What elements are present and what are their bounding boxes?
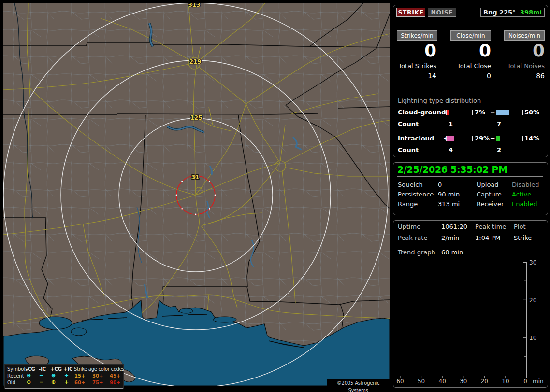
- datetime-display: 2/25/2026 5:35:02 PM: [397, 164, 507, 175]
- y-tick-20: 20: [529, 297, 536, 304]
- noises-per-min-value: 0: [506, 41, 545, 60]
- recent-circle-plus-icon: ⊕: [51, 373, 56, 378]
- bearing-display: Bng 225° 398mi: [480, 8, 545, 17]
- divider: [397, 106, 544, 106]
- legend-age-header: Strike age color codes: [74, 366, 124, 372]
- x-tick-40: 40: [439, 378, 446, 385]
- age-30: 30+: [92, 373, 103, 379]
- cg-positive-bar: [446, 110, 473, 115]
- persistence-value: 90 min: [438, 191, 460, 198]
- close-per-min-label[interactable]: Close/min: [450, 30, 491, 41]
- capture-status: Active: [512, 191, 531, 198]
- counters-panel: STRIKE NOISE Bng 225° 398mi Strikes/min …: [393, 5, 548, 157]
- total-close-value: 0: [452, 72, 491, 80]
- legend-col-neg-ic: -IC: [39, 366, 46, 372]
- range-label: Range: [398, 200, 418, 208]
- old-plus-icon: +: [64, 379, 69, 385]
- ic-negative-count: 2: [497, 146, 501, 154]
- squelch-label: Squelch: [398, 181, 423, 188]
- status-panel: 2/25/2026 5:35:02 PM Squelch 0 Upload Di…: [393, 162, 548, 215]
- range-value: 313 mi: [438, 200, 460, 208]
- ic-negative-pct: 14%: [524, 135, 539, 142]
- ic-positive-pct: 29%: [475, 135, 490, 142]
- minus-sign: −: [490, 109, 495, 116]
- ic-negative-bar-fill: [496, 136, 500, 141]
- age-45: 45+: [110, 373, 120, 379]
- ring-label-125: 125: [190, 114, 202, 121]
- trend-graph: 30 20 10 60 50 40 30 20 10 0 min: [393, 221, 548, 387]
- age-15: 15+: [74, 373, 85, 379]
- legend-col-pos-cg: +CG: [50, 366, 62, 372]
- receiver-status: Enabled: [512, 200, 537, 208]
- recent-minus-icon: −: [39, 373, 43, 378]
- bearing-label: Bng 225°: [483, 9, 516, 16]
- capture-label: Capture: [477, 191, 502, 198]
- strike-symbol-legend: Symbols -CG -IC +CG +IC Strike age color…: [5, 365, 123, 389]
- strike-mode-button[interactable]: STRIKE: [396, 8, 425, 17]
- legend-col-neg-cg: -CG: [26, 366, 35, 372]
- x-tick-60: 60: [396, 378, 404, 385]
- squelch-value: 0: [438, 181, 442, 188]
- copyright-text: ©2005 Astrogenic Systems: [327, 379, 390, 387]
- cg-positive-count: 1: [449, 120, 453, 127]
- cg-negative-bar: [496, 110, 523, 115]
- x-tick-10: 10: [502, 378, 509, 385]
- ic-positive-count: 4: [449, 146, 453, 154]
- minus-sign: −: [490, 135, 495, 142]
- old-minus-icon: −: [39, 379, 43, 385]
- total-noises-value: 86: [506, 72, 545, 80]
- legend-recent-label: Recent: [7, 373, 24, 379]
- legend-symbols-header: Symbols: [7, 366, 28, 372]
- age-75: 75+: [92, 380, 103, 386]
- ic-negative-bar: [496, 136, 523, 141]
- map-svg: 313 219 125 31: [3, 3, 390, 386]
- cloud-ground-label: Cloud-ground: [398, 109, 446, 116]
- total-strikes-value: 14: [397, 72, 436, 80]
- ic-count-label: Count: [398, 146, 419, 154]
- noise-mode-button[interactable]: NOISE: [428, 8, 456, 17]
- strikes-per-min-label[interactable]: Strikes/min: [397, 30, 437, 41]
- legend-old-label: Old: [7, 380, 15, 386]
- ring-label-219: 219: [189, 58, 201, 65]
- old-circle-minus-icon: ⊖: [27, 379, 31, 385]
- upload-status: Disabled: [512, 181, 539, 188]
- noises-per-min-label[interactable]: Noises/min: [504, 30, 545, 41]
- x-tick-30: 30: [460, 378, 467, 385]
- total-close-label: Total Close: [452, 62, 491, 70]
- app-window: { "map": { "ring_labels": { "outer": "31…: [0, 0, 550, 392]
- total-noises-label: Total Noises: [506, 62, 545, 70]
- intracloud-label: Intracloud: [398, 135, 434, 142]
- cg-negative-pct: 50%: [524, 109, 539, 116]
- age-90: 90+: [110, 380, 120, 386]
- x-axis-unit: min: [533, 378, 544, 385]
- y-tick-10: 10: [529, 335, 536, 341]
- close-per-min-value: 0: [452, 41, 491, 60]
- recent-plus-icon: +: [64, 373, 69, 378]
- strikes-per-min-value: 0: [397, 41, 436, 60]
- cg-count-label: Count: [398, 120, 419, 127]
- ic-positive-bar-fill: [447, 136, 454, 141]
- cg-negative-count: 7: [497, 120, 501, 127]
- cg-positive-pct: 7%: [475, 109, 485, 116]
- receiver-label: Receiver: [477, 200, 504, 208]
- map-canvas[interactable]: 313 219 125 31: [3, 3, 390, 386]
- persistence-label: Persistence: [398, 191, 434, 198]
- trend-panel: Uptime 1061:20 Peak time Plot Peak rate …: [393, 220, 548, 388]
- age-60: 60+: [74, 380, 85, 386]
- legend-col-pos-ic: +IC: [63, 366, 72, 372]
- y-tick-30: 30: [529, 259, 536, 266]
- divider: [397, 176, 543, 177]
- distribution-title: Lightning type distribution: [398, 97, 481, 104]
- x-tick-0: 0: [523, 378, 527, 385]
- total-strikes-label: Total Strikes: [397, 62, 436, 70]
- ic-positive-bar: [446, 136, 473, 141]
- ring-label-31: 31: [191, 174, 200, 181]
- recent-circle-minus-icon: ⊖: [27, 373, 31, 378]
- ring-label-313: 313: [188, 3, 200, 8]
- bearing-distance: 398mi: [520, 9, 542, 16]
- lake-pontchartrain: [39, 317, 72, 329]
- cg-positive-bar-fill: [447, 110, 449, 115]
- cg-negative-bar-fill: [496, 110, 509, 115]
- old-circle-plus-icon: ⊕: [51, 379, 56, 385]
- upload-label: Upload: [477, 181, 499, 188]
